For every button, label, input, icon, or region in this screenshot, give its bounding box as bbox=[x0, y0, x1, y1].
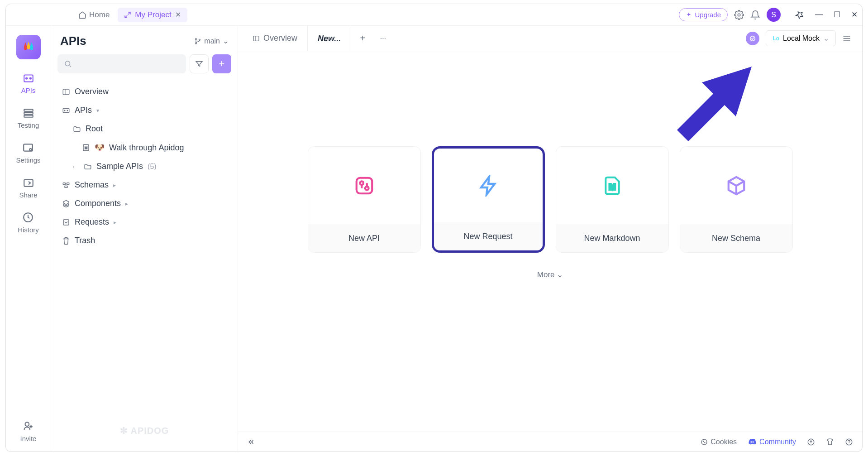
logo-droplets-icon bbox=[21, 39, 36, 55]
home-nav[interactable]: Home bbox=[74, 8, 114, 22]
environment-selector[interactable]: Lo Local Mock ⌄ bbox=[766, 30, 836, 46]
dog-emoji-icon: 🐶 bbox=[95, 143, 105, 153]
sidebar-search-input[interactable] bbox=[57, 54, 186, 73]
tab-overview[interactable]: Overview bbox=[243, 26, 308, 51]
tree-root-folder[interactable]: Root bbox=[57, 120, 231, 138]
env-badge-icon[interactable] bbox=[746, 32, 759, 45]
help-icon[interactable] bbox=[845, 438, 853, 446]
new-schema-icon bbox=[726, 175, 747, 196]
caret-right-icon: ▸ bbox=[114, 219, 120, 226]
shirt-icon[interactable] bbox=[826, 438, 834, 446]
upload-icon[interactable] bbox=[807, 438, 815, 446]
trash-icon bbox=[62, 237, 70, 245]
tab-overflow-button[interactable]: ··· bbox=[374, 34, 392, 43]
svg-rect-24 bbox=[65, 186, 67, 187]
plus-icon: + bbox=[219, 58, 225, 70]
svg-marker-28 bbox=[677, 67, 752, 141]
nav-share[interactable]: Share bbox=[19, 177, 37, 199]
tree-walk-through[interactable]: M 🐶 Walk through Apidog bbox=[57, 138, 231, 157]
search-icon bbox=[64, 60, 72, 68]
upgrade-button[interactable]: Upgrade bbox=[679, 8, 728, 21]
history-icon bbox=[22, 211, 34, 223]
apis-tree-icon bbox=[62, 106, 70, 115]
window-maximize-icon[interactable]: ☐ bbox=[834, 10, 840, 19]
add-tab-button[interactable]: + bbox=[351, 33, 374, 43]
bell-icon[interactable] bbox=[750, 10, 760, 20]
svg-rect-23 bbox=[67, 182, 69, 184]
chevron-down-icon: ⌄ bbox=[823, 34, 829, 43]
card-label: New Schema bbox=[680, 224, 792, 252]
card-new-api[interactable]: New API bbox=[308, 146, 421, 253]
panel-menu-button[interactable] bbox=[842, 34, 851, 43]
tab-new[interactable]: New... bbox=[308, 26, 351, 51]
filter-button[interactable] bbox=[190, 54, 209, 73]
svg-point-30 bbox=[360, 181, 363, 185]
tree-sample-apis[interactable]: › Sample APIs (5) bbox=[57, 157, 231, 176]
project-tab[interactable]: My Project ✕ bbox=[118, 8, 187, 22]
card-new-request[interactable]: New Request bbox=[432, 146, 545, 253]
collapse-sidebar-button[interactable] bbox=[247, 438, 255, 446]
new-markdown-icon: M bbox=[602, 176, 622, 196]
svg-rect-5 bbox=[24, 112, 33, 114]
svg-point-12 bbox=[196, 38, 197, 40]
card-label: New Markdown bbox=[556, 224, 668, 252]
overview-icon bbox=[62, 88, 70, 96]
svg-point-33 bbox=[701, 439, 707, 445]
project-tab-close-icon[interactable]: ✕ bbox=[175, 10, 181, 19]
svg-point-14 bbox=[199, 39, 200, 40]
community-link[interactable]: Community bbox=[748, 437, 796, 447]
project-tab-label: My Project bbox=[135, 10, 171, 19]
app-logo[interactable] bbox=[16, 35, 41, 59]
nav-apis[interactable]: APIs bbox=[21, 72, 36, 94]
cookie-icon bbox=[701, 438, 708, 446]
svg-text:M: M bbox=[609, 182, 615, 192]
tree-apis[interactable]: APIs ▾ bbox=[57, 101, 231, 120]
svg-point-13 bbox=[196, 43, 197, 44]
svg-point-2 bbox=[26, 77, 27, 79]
nav-invite[interactable]: Invite bbox=[20, 420, 37, 442]
tree-trash[interactable]: Trash bbox=[57, 231, 231, 250]
sidebar-title: APIs bbox=[60, 34, 86, 48]
branch-selector[interactable]: main ⌄ bbox=[194, 37, 229, 45]
caret-right-icon: ▸ bbox=[125, 201, 132, 207]
filter-icon bbox=[195, 60, 203, 68]
svg-point-11 bbox=[25, 422, 29, 426]
window-minimize-icon[interactable]: — bbox=[815, 10, 823, 19]
discord-icon bbox=[748, 437, 757, 447]
sidebar-add-button[interactable]: + bbox=[212, 54, 231, 73]
project-icon bbox=[124, 11, 131, 19]
menu-icon bbox=[842, 34, 851, 43]
chevron-down-icon: ⌄ bbox=[223, 37, 229, 45]
overview-tab-icon bbox=[253, 35, 260, 42]
env-badge-text: Lo bbox=[773, 35, 779, 42]
cookies-link[interactable]: Cookies bbox=[701, 438, 737, 446]
user-avatar[interactable]: S bbox=[767, 8, 781, 22]
svg-rect-25 bbox=[63, 220, 69, 225]
card-new-markdown[interactable]: M New Markdown bbox=[556, 146, 669, 253]
tree-schemas[interactable]: Schemas ▸ bbox=[57, 176, 231, 194]
components-icon bbox=[62, 200, 70, 208]
svg-rect-6 bbox=[24, 115, 33, 117]
svg-rect-16 bbox=[63, 89, 69, 95]
settings-gear-icon[interactable] bbox=[734, 10, 744, 20]
tree-requests[interactable]: Requests ▸ bbox=[57, 213, 231, 231]
window-close-icon[interactable]: ✕ bbox=[851, 10, 858, 19]
caret-down-icon: ▾ bbox=[96, 107, 103, 114]
nav-settings[interactable]: Settings bbox=[16, 142, 40, 164]
svg-rect-29 bbox=[356, 178, 372, 193]
ellipsis-icon: ··· bbox=[380, 34, 386, 43]
nav-testing[interactable]: Testing bbox=[18, 107, 39, 129]
tree-overview[interactable]: Overview bbox=[57, 82, 231, 101]
svg-point-35 bbox=[705, 442, 705, 442]
svg-point-18 bbox=[64, 110, 65, 111]
testing-icon bbox=[23, 107, 34, 119]
card-new-schema[interactable]: New Schema bbox=[680, 146, 793, 253]
svg-rect-17 bbox=[63, 108, 69, 112]
apis-icon bbox=[23, 72, 34, 84]
tree-components[interactable]: Components ▸ bbox=[57, 194, 231, 213]
annotation-arrow-icon bbox=[663, 53, 763, 153]
more-link[interactable]: More ⌄ bbox=[238, 270, 862, 279]
svg-point-34 bbox=[703, 441, 704, 442]
nav-history[interactable]: History bbox=[18, 211, 39, 234]
pin-icon[interactable] bbox=[795, 10, 804, 19]
